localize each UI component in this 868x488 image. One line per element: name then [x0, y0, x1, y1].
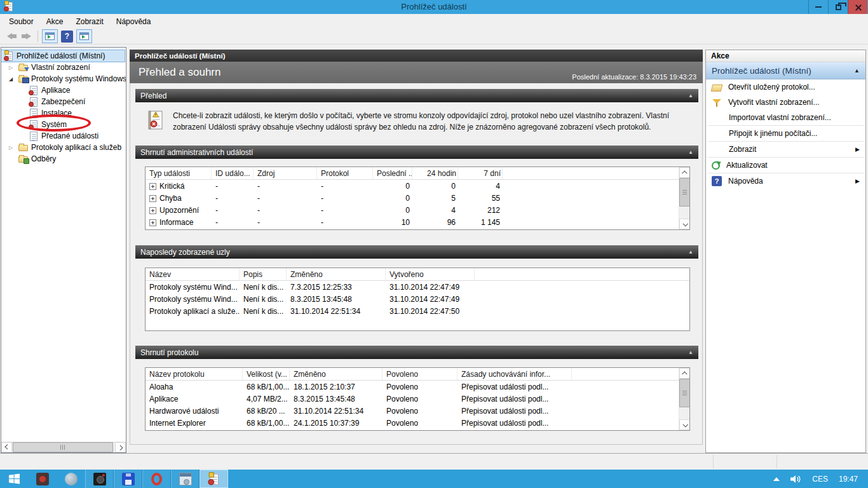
table-row[interactable]: Protokoly aplikací a služe...Není k dis.…: [146, 305, 689, 317]
action-help[interactable]: ?Nápověda▶: [706, 173, 865, 189]
column-header[interactable]: Popis: [240, 268, 287, 280]
action-open-saved-log[interactable]: Otevřít uložený protokol...: [706, 79, 865, 95]
column-header[interactable]: Zásady uchovávání infor...: [458, 368, 572, 380]
section-header-overview[interactable]: Přehled ▲: [135, 89, 698, 102]
tree-item-root[interactable]: Prohlížeč událostí (Místní): [1, 50, 125, 62]
menu-zobrazit[interactable]: Zobrazit: [69, 15, 109, 28]
table-row[interactable]: Internet Explorer68 kB/1,00...24.1.2015 …: [146, 417, 679, 429]
forward-button[interactable]: [22, 33, 31, 39]
menu-soubor[interactable]: Soubor: [3, 15, 40, 28]
back-button[interactable]: [7, 33, 17, 39]
column-header[interactable]: Protokol: [317, 167, 373, 179]
section-header-log-summary[interactable]: Shrnutí protokolu ▲: [135, 346, 698, 359]
tree-horizontal-scrollbar[interactable]: [1, 442, 126, 452]
section-header-admin-events[interactable]: Shrnutí administrativních událostí ▲: [135, 146, 698, 159]
collapse-icon[interactable]: ▲: [688, 93, 693, 98]
column-header[interactable]: 24 hodin: [412, 167, 458, 179]
help-button[interactable]: ?: [61, 30, 73, 43]
tree-item-predane-udalosti[interactable]: Předané události: [1, 130, 125, 142]
column-header[interactable]: Vytvořeno: [386, 268, 475, 280]
column-header[interactable]: Změněno: [290, 368, 383, 380]
clock[interactable]: 19:47: [839, 475, 858, 484]
taskbar-media-app[interactable]: [28, 470, 57, 488]
tree-item-aplikace[interactable]: Aplikace: [1, 85, 125, 96]
column-header[interactable]: Změněno: [287, 268, 386, 280]
action-import-custom-view[interactable]: Importovat vlastní zobrazení...: [706, 110, 865, 125]
tree-item-zabezpeceni[interactable]: Zabezpečení: [1, 96, 125, 107]
table-row[interactable]: Protokoly systému Wind...Není k dis...7.…: [146, 281, 689, 293]
close-button[interactable]: [848, 0, 867, 14]
scrollbar-thumb[interactable]: [13, 442, 113, 452]
menu-napoveda[interactable]: Nápověda: [110, 15, 158, 28]
collapse-icon[interactable]: ▲: [688, 349, 693, 355]
show-action-pane-button[interactable]: [76, 29, 92, 43]
column-header[interactable]: Poslední ...: [373, 167, 412, 179]
tree-expander-icon[interactable]: ◢: [8, 76, 18, 82]
table-row[interactable]: Informace---10961 145: [146, 216, 679, 228]
expand-plus-icon[interactable]: [149, 207, 156, 214]
event-log-large-icon: [146, 109, 165, 131]
restore-button[interactable]: [828, 0, 848, 14]
tree-item-protokoly-aplikaci-a-sluzeb[interactable]: ▷Protokoly aplikací a služeb: [1, 142, 125, 153]
collapse-icon[interactable]: ▲: [854, 67, 860, 74]
speaker-icon[interactable]: [790, 475, 801, 484]
minimize-button[interactable]: [808, 0, 828, 14]
language-indicator[interactable]: CES: [812, 475, 828, 484]
column-header[interactable]: Název protokolu: [146, 368, 243, 380]
tree-item-odbery[interactable]: Odběry: [1, 153, 125, 165]
scroll-down-button[interactable]: [679, 419, 690, 430]
column-header[interactable]: Typ události: [146, 167, 212, 179]
tree-expander-icon[interactable]: ▷: [8, 65, 18, 71]
table-row[interactable]: Aplikace4,07 MB/2...8.3.2015 13:45:48Pov…: [146, 393, 679, 405]
table-row[interactable]: Chyba---0555: [146, 192, 679, 204]
expand-plus-icon[interactable]: [149, 195, 156, 202]
scroll-left-button[interactable]: [1, 442, 12, 452]
section-header-recent-nodes[interactable]: Naposledy zobrazené uzly ▲: [135, 245, 698, 259]
column-header[interactable]: Název: [146, 268, 240, 280]
scroll-up-button[interactable]: [679, 368, 690, 379]
taskbar-floppy-app[interactable]: [114, 470, 142, 488]
actions-group-header[interactable]: Prohlížeč událostí (Místní) ▲: [706, 62, 865, 79]
tree-item-vlastni-zobrazeni[interactable]: ▷Vlastní zobrazení: [1, 62, 125, 73]
scrollbar-thumb[interactable]: [679, 178, 690, 207]
table-row[interactable]: Kritická---004: [146, 180, 679, 192]
taskbar-event-viewer[interactable]: [200, 470, 228, 488]
column-header[interactable]: Velikost (v...: [243, 368, 290, 380]
table-row[interactable]: Aloaha68 kB/1,00...18.1.2015 2:10:37Povo…: [146, 381, 679, 393]
action-connect-other-computer[interactable]: Připojit k jinému počítači...: [706, 126, 865, 141]
column-header-filler: [475, 268, 689, 280]
tree-item-protokoly-systemu-windows[interactable]: ◢Protokoly systému Windows: [1, 73, 125, 85]
action-create-custom-view[interactable]: Vytvořit vlastní zobrazení...: [706, 95, 865, 110]
collapse-icon[interactable]: ▲: [688, 149, 693, 155]
expand-plus-icon[interactable]: [149, 219, 156, 226]
scroll-up-button[interactable]: [679, 167, 690, 178]
expand-plus-icon[interactable]: [149, 183, 156, 190]
collapse-icon[interactable]: ▲: [688, 249, 693, 255]
table-row[interactable]: Upozornění---04212: [146, 204, 679, 216]
column-header[interactable]: Zdroj: [254, 167, 317, 179]
table-row[interactable]: Protokoly systému Wind...Není k dis...8.…: [146, 293, 689, 305]
table-vertical-scrollbar[interactable]: [679, 167, 689, 229]
action-refresh[interactable]: Aktualizovat: [706, 158, 865, 173]
start-button[interactable]: [0, 470, 28, 488]
scrollbar-thumb[interactable]: [679, 379, 690, 407]
table-vertical-scrollbar[interactable]: [679, 368, 689, 430]
show-hidden-icons-button[interactable]: [773, 477, 780, 481]
taskbar-opera[interactable]: [142, 470, 171, 488]
table-row[interactable]: Hardwarové události68 kB/20 ...31.10.201…: [146, 405, 679, 417]
column-header[interactable]: Povoleno: [383, 368, 458, 380]
column-header[interactable]: 7 dní: [458, 167, 503, 179]
scroll-right-button[interactable]: [115, 442, 126, 452]
scroll-down-button[interactable]: [679, 219, 690, 229]
tree-expander-icon[interactable]: ▷: [8, 145, 18, 151]
menu-akce[interactable]: Akce: [40, 15, 70, 28]
taskbar-camera-app[interactable]: [85, 470, 114, 488]
taskbar-cloud-app[interactable]: [57, 470, 85, 488]
show-console-tree-button[interactable]: [42, 29, 58, 43]
section-title: Shrnutí administrativních událostí: [140, 148, 253, 157]
action-view[interactable]: Zobrazit▶: [706, 142, 865, 157]
table-row[interactable]: [146, 228, 679, 230]
table-row[interactable]: [146, 429, 679, 431]
column-header[interactable]: ID událo...: [212, 167, 254, 179]
taskbar-remote-app[interactable]: [171, 470, 200, 488]
